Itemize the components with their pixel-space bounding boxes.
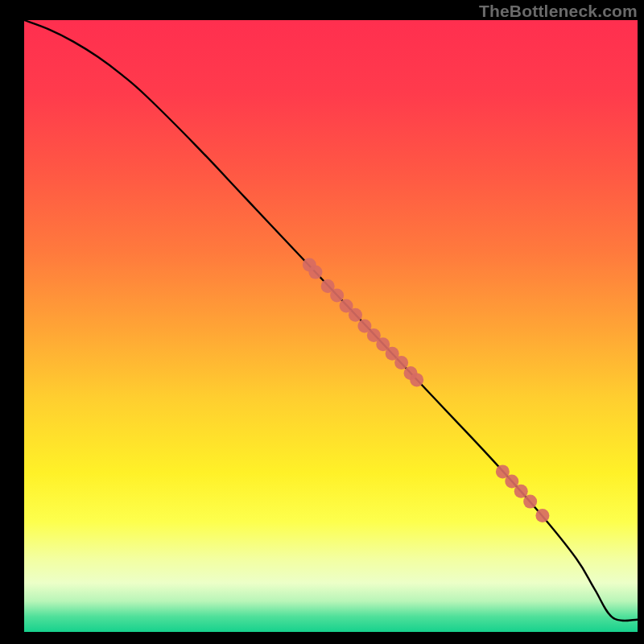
- marker-dot: [349, 308, 362, 322]
- marker-dot: [394, 356, 408, 369]
- plot-area: [24, 20, 638, 632]
- marker-dot: [330, 289, 344, 303]
- marker-dot: [308, 266, 322, 279]
- chart-stage: TheBottleneck.com: [0, 0, 644, 644]
- chart-svg: [0, 0, 644, 644]
- watermark-text: TheBottleneck.com: [479, 2, 638, 21]
- marker-dot: [523, 495, 537, 509]
- marker-dot: [535, 509, 549, 522]
- marker-dot: [410, 373, 423, 386]
- marker-dot: [514, 485, 528, 498]
